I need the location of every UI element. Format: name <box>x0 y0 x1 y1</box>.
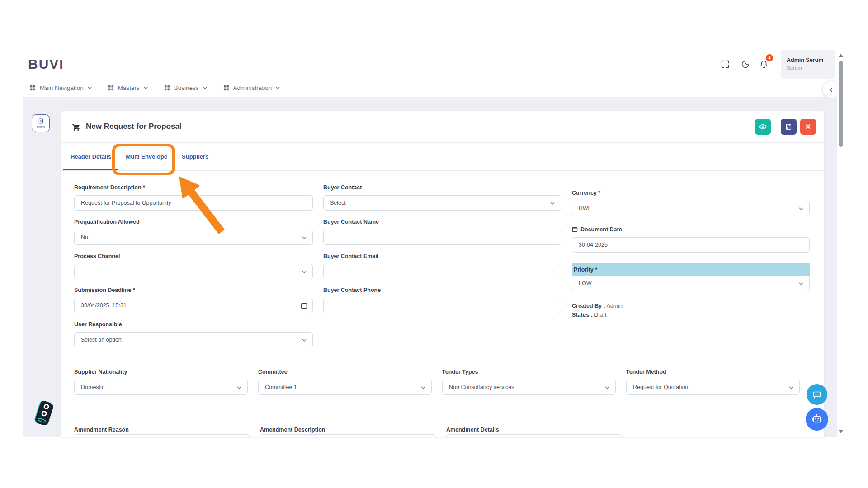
scrollbar-thumb[interactable] <box>839 61 843 147</box>
tab-header-details[interactable]: Header Details <box>63 143 118 170</box>
field-label: Amendment Reason <box>74 426 250 433</box>
card-header: New Request for Proposal ✕ <box>61 111 824 143</box>
chevron-down-icon <box>798 281 804 286</box>
field-label: Currency * <box>572 189 810 196</box>
robot-icon <box>811 413 823 425</box>
priority-label-highlight: Priority * <box>572 263 810 276</box>
amendment-reason-input[interactable] <box>74 434 250 437</box>
sidebar-item-main[interactable]: Main <box>32 114 50 132</box>
scroll-down-arrow-icon[interactable] <box>839 430 843 433</box>
process-channel-select[interactable] <box>74 264 313 279</box>
nav-item-main-navigation[interactable]: Main Navigation <box>29 84 92 91</box>
select-value: RWF <box>579 205 591 211</box>
user-name: Admin Serum <box>787 57 823 63</box>
user-org: Serum <box>787 65 802 70</box>
nav-label: Administration <box>233 84 272 91</box>
pill-dot-icon <box>43 403 50 410</box>
status-label: Status : <box>572 312 593 318</box>
main-menu-bar: Main Navigation Masters Business Adminis… <box>23 79 837 97</box>
assistant-fab-button[interactable] <box>806 408 828 431</box>
chat-fab-button[interactable] <box>807 384 827 405</box>
chevron-down-icon <box>302 338 307 343</box>
grid-icon <box>29 84 36 91</box>
user-menu[interactable]: Admin Serum Serum <box>781 50 835 79</box>
field-label: Process Channel <box>74 253 313 259</box>
select-value: Select <box>330 200 346 206</box>
nav-item-business[interactable]: Business <box>164 84 208 91</box>
save-button[interactable] <box>781 119 797 135</box>
select-value: Select an option <box>81 337 122 343</box>
nav-item-administration[interactable]: Administration <box>223 84 281 91</box>
field-label: Buyer Contact Phone <box>323 286 561 293</box>
select-value: Domestic <box>81 384 104 390</box>
chevron-down-icon <box>87 85 92 90</box>
scroll-up-arrow-icon[interactable] <box>839 54 843 57</box>
nav-label: Business <box>174 84 199 91</box>
content-area: Main New Request for Proposal ✕ <box>23 97 837 437</box>
requirement-description-input[interactable]: Request for Proposal to Opportunity <box>74 195 313 211</box>
tender-method-select[interactable]: Request for Quotation <box>626 380 800 395</box>
field-label: Tender Method <box>626 368 800 375</box>
preview-button[interactable] <box>755 119 771 135</box>
rfp-form-card: New Request for Proposal ✕ Header Detail… <box>61 111 824 437</box>
field-label: Submission Deadline * <box>74 286 313 293</box>
field-label: Requirement Description * <box>74 184 313 191</box>
priority-select[interactable]: LOW <box>572 276 810 291</box>
currency-select[interactable]: RWF <box>572 201 810 216</box>
created-by-line: Created By : Admin <box>572 303 623 309</box>
document-date-input[interactable]: 30-04-2025 <box>572 237 810 253</box>
fullscreen-icon <box>720 59 730 69</box>
chevron-down-icon <box>203 85 208 90</box>
chevron-down-icon <box>420 385 426 390</box>
chevron-down-icon <box>604 385 610 390</box>
field-label: Buyer Contact Email <box>323 253 561 259</box>
created-by-value: Admin <box>606 303 622 309</box>
nav-item-masters[interactable]: Masters <box>108 84 148 91</box>
app-window: BUVI 4 Admin Serum Serum Main Navigation… <box>23 50 844 437</box>
tab-suppliers[interactable]: Suppliers <box>175 143 216 170</box>
fullscreen-button[interactable] <box>720 59 731 70</box>
submission-deadline-input[interactable]: 30/04/2025, 15:31 <box>74 298 313 313</box>
nav-label: Masters <box>118 84 140 91</box>
field-label: Amendment Details <box>446 426 622 433</box>
amendment-description-input[interactable] <box>260 434 436 437</box>
amendment-details-input[interactable] <box>446 434 622 437</box>
calendar-icon[interactable] <box>301 302 307 309</box>
field-label: Committee <box>258 368 432 375</box>
select-value: Request for Quotation <box>633 384 688 390</box>
moon-icon <box>741 59 750 69</box>
chevron-down-icon <box>550 201 555 206</box>
close-button[interactable]: ✕ <box>800 119 816 135</box>
input-value: Request for Proposal to Opportunity <box>81 200 171 206</box>
select-value: LOW <box>579 280 591 286</box>
buyer-contact-email-input[interactable] <box>323 264 561 279</box>
input-value: 30-04-2025 <box>579 242 608 248</box>
select-value: Committee 1 <box>265 384 297 390</box>
pill-dot-icon <box>41 410 47 417</box>
buyer-contact-name-input[interactable] <box>323 230 561 245</box>
grid-icon <box>164 84 170 91</box>
committee-select[interactable]: Committee 1 <box>258 380 432 395</box>
tender-types-select[interactable]: Non Consultancy services <box>442 380 616 395</box>
shopping-cart-icon <box>71 122 81 131</box>
status-line: Status : Draft <box>572 312 606 318</box>
chevron-down-icon <box>302 235 307 240</box>
field-label: Supplier Nationality <box>74 368 248 375</box>
sidebar-item-label: Main <box>37 125 45 129</box>
field-label: User Responsible <box>74 321 313 328</box>
buyer-contact-phone-input[interactable] <box>323 298 561 313</box>
field-label: Buyer Contact Name <box>323 218 561 225</box>
supplier-nationality-select[interactable]: Domestic <box>74 380 248 395</box>
grid-icon <box>223 84 230 91</box>
tab-multi-envelope[interactable]: Multi Envelope <box>118 143 175 170</box>
dark-mode-button[interactable] <box>741 59 751 70</box>
top-bar: BUVI 4 Admin Serum Serum <box>23 50 837 80</box>
status-value: Draft <box>594 312 606 318</box>
prequalification-allowed-select[interactable]: No <box>74 230 313 245</box>
field-label-text: Document Date <box>580 226 622 233</box>
buyer-contact-select[interactable]: Select <box>323 195 561 211</box>
page-scrollbar[interactable] <box>837 50 844 437</box>
calendar-icon <box>572 226 578 232</box>
user-responsible-select[interactable]: Select an option <box>74 332 313 347</box>
chevron-down-icon <box>798 206 804 211</box>
